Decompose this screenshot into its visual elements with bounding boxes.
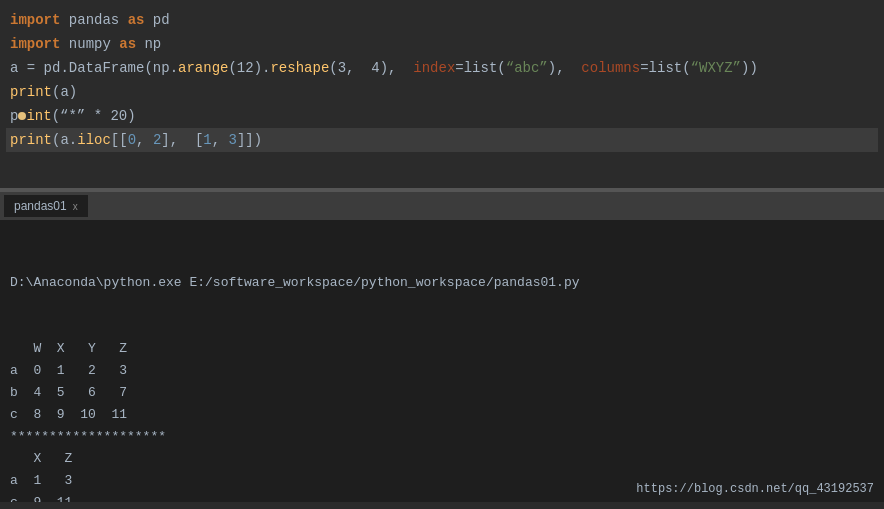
terminal-output: W X Y Za 0 1 2 3b 4 5 6 7c 8 9 10 11****… xyxy=(10,338,874,502)
terminal-output-line: W X Y Z xyxy=(10,338,874,360)
terminal-tabs: pandas01 x xyxy=(0,192,884,220)
terminal-output-line: a 0 1 2 3 xyxy=(10,360,874,382)
terminal-output-line: ******************** xyxy=(10,426,874,448)
code-line: print(a) xyxy=(6,80,878,104)
tab-close[interactable]: x xyxy=(73,201,78,212)
terminal-output-line: c 8 9 10 11 xyxy=(10,404,874,426)
code-line: print(a.iloc[[0, 2], [1, 3]]) xyxy=(6,128,878,152)
code-line: import pandas as pd xyxy=(6,8,878,32)
terminal-output-line: b 4 5 6 7 xyxy=(10,382,874,404)
terminal-output-line: X Z xyxy=(10,448,874,470)
terminal-area: pandas01 x D:\Anaconda\python.exe E:/sof… xyxy=(0,192,884,502)
terminal-content: D:\Anaconda\python.exe E:/software_works… xyxy=(0,220,884,502)
terminal-path-line: D:\Anaconda\python.exe E:/software_works… xyxy=(10,272,874,294)
csdn-link: https://blog.csdn.net/qq_43192537 xyxy=(636,482,874,496)
code-line: pint(“*” * 20) xyxy=(6,104,878,128)
code-line: a = pd.DataFrame(np.arange(12).reshape(3… xyxy=(6,56,878,80)
tab-label: pandas01 xyxy=(14,199,67,213)
code-line: import numpy as np xyxy=(6,32,878,56)
terminal-tab-pandas01[interactable]: pandas01 x xyxy=(4,195,88,217)
code-editor: import pandas as pdimport numpy as npa =… xyxy=(0,0,884,190)
